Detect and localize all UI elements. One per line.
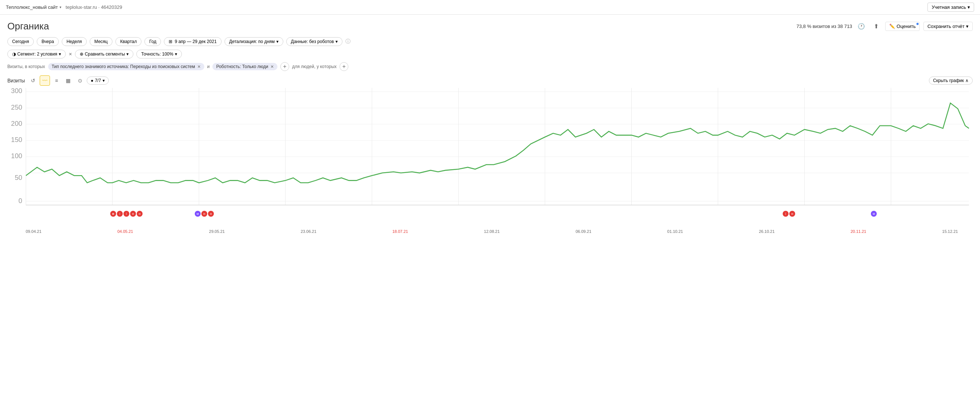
event-marker[interactable]: і (124, 211, 129, 217)
xaxis-label-7: 01.10.21 (667, 229, 683, 234)
xaxis-label-0: 09.04.21 (26, 229, 41, 234)
date-range-button[interactable]: ⊞ 9 апр — 29 дек 2021 (164, 37, 221, 46)
tag-chip-1: Тип последнего значимого источника: Пере… (48, 63, 204, 70)
segment-row: ◑ Сегмент: 2 условия ▾ ✕ ⊕ Сравнить сегм… (7, 49, 973, 59)
data-label: Данные: без роботов (291, 39, 334, 44)
detail-label: Детализация: по дням (229, 39, 275, 44)
metrics-icon: ● (91, 78, 93, 83)
tag-chip-1-text: Тип последнего значимого источника: Пере… (52, 64, 195, 69)
rate-button[interactable]: ✏️ Оценить (885, 22, 920, 31)
event-marker[interactable]: н (789, 211, 795, 217)
segment-label: Сегмент: 2 условия (17, 51, 57, 57)
accuracy-label: Точность: 100% (141, 51, 173, 57)
svg-rect-0 (7, 88, 973, 228)
filter-year[interactable]: Год (145, 37, 161, 46)
event-marker[interactable]: м (871, 211, 877, 217)
filter-today[interactable]: Сегодня (7, 37, 34, 46)
site-chevron: ▾ (59, 5, 61, 9)
xaxis-label-1: 04.05.21 (117, 229, 133, 234)
filter-week[interactable]: Неделя (62, 37, 87, 46)
metrics-button[interactable]: ● 7/7 ▾ (87, 77, 109, 85)
event-marker[interactable]: н (201, 211, 207, 217)
detail-button[interactable]: Детализация: по дням ▾ (224, 37, 283, 46)
hide-chart-label: Скрыть график (933, 78, 964, 83)
svg-text:250: 250 (11, 103, 22, 111)
svg-text:50: 50 (15, 173, 22, 181)
calendar-icon: ⊞ (169, 39, 172, 44)
event-marker[interactable]: м (195, 211, 200, 217)
compare-chevron: ▾ (126, 51, 129, 57)
xaxis-label-10: 15.12.21 (942, 229, 958, 234)
dot-chart-tool-btn[interactable]: ⊙ (75, 75, 85, 86)
xaxis-label-8: 26.10.21 (759, 229, 775, 234)
event-markers-2: м н н (195, 211, 214, 217)
chart-title-area: Визиты ↺ 〰 ≡ ▦ ⊙ ● 7/7 ▾ (7, 75, 109, 86)
svg-text:0: 0 (18, 197, 22, 204)
tag-chip-1-close[interactable]: ✕ (197, 64, 200, 69)
rate-dot (916, 23, 919, 25)
date-range-label: 9 апр — 29 дек 2021 (175, 39, 216, 44)
segment-close-icon[interactable]: ✕ (69, 52, 72, 57)
segment-chevron: ▾ (59, 51, 61, 57)
chart-wrapper: 300 250 200 150 100 50 0 н і і н н м н (7, 88, 973, 228)
export-icon-button[interactable]: ⬆ (870, 21, 881, 32)
tag-add-button[interactable]: + (280, 62, 289, 71)
accuracy-chevron: ▾ (175, 51, 177, 57)
chart-header: Визиты ↺ 〰 ≡ ▦ ⊙ ● 7/7 ▾ Скрыть график ∧ (7, 75, 973, 86)
event-markers-4: м (871, 211, 877, 217)
tag-add-button-2[interactable]: + (339, 62, 348, 71)
page-header-right: 73,8 % визитов из 38 713 🕐 ⬆ ✏️ Оценить … (796, 21, 973, 32)
page-header: Органика 73,8 % визитов из 38 713 🕐 ⬆ ✏️… (7, 21, 973, 32)
history-icon-button[interactable]: 🕐 (856, 21, 867, 32)
tag-chip-2-close[interactable]: ✕ (270, 64, 274, 69)
site-selector[interactable]: Теплолюкс_новый сайт ▾ (6, 5, 61, 10)
data-chevron: ▾ (336, 39, 338, 44)
visits-chart: 300 250 200 150 100 50 0 (7, 88, 973, 228)
area-chart-tool-btn[interactable]: ≡ (51, 75, 62, 86)
event-markers-3: і н (783, 211, 795, 217)
metrics-label: 7/7 (95, 78, 101, 83)
event-marker[interactable]: і (117, 211, 123, 217)
save-chevron: ▾ (966, 24, 969, 29)
topbar: Теплолюкс_новый сайт ▾ teplolux-star.ru … (0, 0, 980, 15)
tag-chip-2: Роботность: Только люди ✕ (212, 63, 277, 70)
event-marker[interactable]: н (130, 211, 136, 217)
line-chart-tool-btn[interactable]: 〰 (40, 75, 50, 86)
event-marker[interactable]: н (208, 211, 214, 217)
filter-yesterday[interactable]: Вчера (37, 37, 59, 46)
event-marker[interactable]: н (110, 211, 116, 217)
save-report-button[interactable]: Сохранить отчёт ▾ (923, 22, 973, 31)
xaxis-label-9: 20.11.21 (851, 229, 867, 234)
rate-label: Оценить (897, 24, 916, 29)
x-axis-labels: 09.04.21 04.05.21 29.05.21 23.06.21 18.0… (7, 228, 973, 234)
hide-chart-chevron: ∧ (965, 78, 969, 83)
event-marker[interactable]: н (137, 211, 143, 217)
compare-icon: ⊕ (80, 51, 83, 57)
bar-chart-tool-btn[interactable]: ▦ (63, 75, 73, 86)
segment-button[interactable]: ◑ Сегмент: 2 условия ▾ (7, 49, 66, 59)
page-title: Органика (7, 21, 49, 32)
xaxis-label-3: 23.06.21 (301, 229, 317, 234)
svg-text:150: 150 (11, 136, 22, 144)
save-label: Сохранить отчёт (928, 24, 964, 29)
filter-month[interactable]: Месяц (90, 37, 113, 46)
hide-chart-button[interactable]: Скрыть график ∧ (929, 77, 973, 85)
visits-percentage: 73,8 % визитов из 38 713 (796, 24, 852, 29)
tags-row: Визиты, в которых Тип последнего значимо… (7, 62, 973, 71)
data-button[interactable]: Данные: без роботов ▾ (286, 37, 342, 46)
filter-quarter[interactable]: Квартал (115, 37, 142, 46)
metrics-chevron: ▾ (102, 78, 105, 83)
accuracy-button[interactable]: Точность: 100% ▾ (136, 49, 181, 59)
event-marker[interactable]: і (783, 211, 789, 217)
tag-and-label: и (207, 64, 210, 69)
rate-icon: ✏️ (889, 24, 895, 29)
compare-button[interactable]: ⊕ Сравнить сегменты ▾ (75, 49, 134, 59)
refresh-tool-btn[interactable]: ↺ (28, 75, 38, 86)
xaxis-label-6: 06.09.21 (576, 229, 591, 234)
xaxis-label-4: 18.07.21 (393, 229, 408, 234)
info-icon[interactable]: ⓘ (345, 38, 350, 45)
topbar-left: Теплолюкс_новый сайт ▾ teplolux-star.ru … (6, 5, 122, 10)
topbar-right: Учетная запись ▾ (928, 3, 974, 12)
account-chevron: ▾ (967, 5, 970, 10)
account-button[interactable]: Учетная запись ▾ (928, 3, 974, 12)
